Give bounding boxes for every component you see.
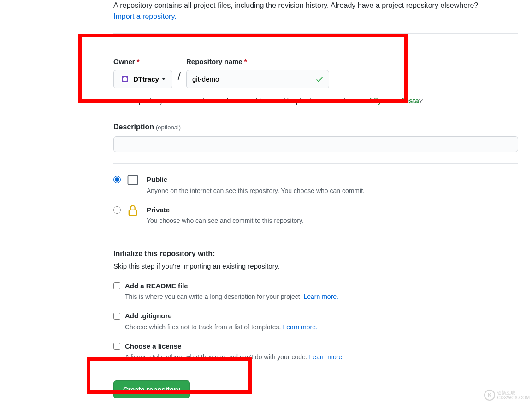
license-description: A license tells others what they can and… [125, 352, 518, 362]
gitignore-description: Choose which files not to track from a l… [125, 322, 518, 332]
license-learn-more-link[interactable]: Learn more. [309, 353, 344, 361]
gitignore-learn-more-link[interactable]: Learn more. [283, 323, 317, 331]
readme-checkbox[interactable] [113, 282, 120, 289]
public-radio[interactable] [113, 176, 121, 183]
name-suggestion-link[interactable]: cuddly-octo-fiesta [360, 97, 419, 105]
repo-name-input[interactable] [186, 70, 329, 88]
repo-name-label: Repository name * [186, 57, 329, 67]
watermark-en: CDXWCX.COM [497, 395, 530, 400]
init-heading: Initialize this repository with: [113, 248, 518, 259]
svg-rect-1 [129, 210, 136, 215]
readme-learn-more-link[interactable]: Learn more. [304, 293, 338, 300]
description-label: Description (optional) [113, 123, 181, 131]
private-description: You choose who can see and commit to thi… [147, 216, 518, 226]
watermark: K 创新互联 CDXWCX.COM [484, 390, 530, 401]
repo-public-icon [126, 174, 141, 189]
divider [113, 33, 518, 34]
public-title: Public [147, 175, 518, 185]
private-title: Private [147, 205, 518, 216]
owner-selector[interactable]: DTtracy [113, 70, 172, 88]
description-input[interactable] [113, 136, 518, 152]
chevron-down-icon [162, 78, 166, 80]
slash-separator: / [178, 57, 181, 84]
create-repository-button[interactable]: Create repository [113, 380, 190, 398]
owner-avatar-icon [120, 75, 130, 84]
intro-description: A repository contains all project files,… [113, 0, 518, 22]
watermark-icon: K [484, 390, 495, 401]
private-radio[interactable] [113, 206, 121, 214]
required-asterisk: * [244, 58, 247, 65]
readme-description: This is where you can write a long descr… [125, 292, 518, 302]
gitignore-label: Add .gitignore [125, 311, 172, 321]
svg-rect-0 [128, 176, 138, 185]
public-description: Anyone on the internet can see this repo… [147, 186, 518, 196]
intro-text: A repository contains all project files,… [113, 1, 478, 9]
owner-name: DTtracy [133, 75, 159, 83]
gitignore-checkbox[interactable] [113, 313, 120, 320]
lock-icon [126, 204, 141, 220]
license-checkbox[interactable] [113, 343, 120, 350]
owner-label: Owner * [113, 57, 172, 67]
check-icon [315, 75, 324, 87]
license-label: Choose a license [125, 341, 182, 352]
divider [113, 163, 518, 164]
repo-name-hint: Great repository names are short and mem… [113, 96, 518, 106]
init-subtext: Skip this step if you're importing an ex… [113, 261, 518, 272]
divider [113, 237, 518, 237]
required-asterisk: * [137, 58, 140, 65]
import-repository-link[interactable]: Import a repository. [113, 12, 177, 20]
watermark-cn: 创新互联 [497, 390, 530, 395]
readme-label: Add a README file [125, 281, 188, 292]
